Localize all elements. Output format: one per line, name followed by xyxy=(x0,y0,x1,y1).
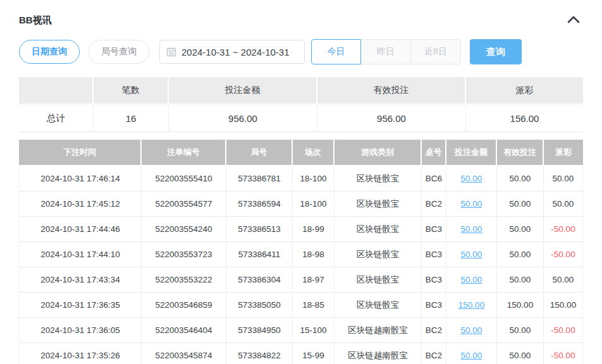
cell-session: 18-100 xyxy=(293,166,335,191)
cell-session: 18-97 xyxy=(293,267,335,293)
cell-bet-amount: 50.00 xyxy=(446,242,497,267)
col-bet-amount: 投注金额 xyxy=(446,140,497,166)
cell-bet-amount: 50.00 xyxy=(446,343,497,364)
cell-game-type: 区块链骰宝 xyxy=(335,166,422,191)
cell-bet-id: 522003554577 xyxy=(142,191,226,217)
cell-round-id: 573386304 xyxy=(226,267,293,293)
cell-game-type: 区块链骰宝 xyxy=(335,267,422,293)
summary-total-count: 16 xyxy=(94,104,169,132)
bet-amount-link[interactable]: 50.00 xyxy=(461,351,482,360)
cell-valid-bet: 50.00 xyxy=(497,343,544,364)
bet-amount-link[interactable]: 50.00 xyxy=(461,224,482,234)
summary-col-payout: 派彩 xyxy=(466,77,583,104)
calendar-icon xyxy=(166,47,176,57)
cell-game-type: 区块链骰宝 xyxy=(335,217,422,242)
summary-col-bet-amount: 投注金额 xyxy=(169,77,317,104)
summary-total-row: 总计 16 956.00 956.00 156.00 xyxy=(19,104,583,132)
bet-amount-link[interactable]: 50.00 xyxy=(461,275,482,284)
col-table-no: 桌号 xyxy=(422,140,446,166)
quick-range-today[interactable]: 今日 xyxy=(311,39,361,64)
round-query-tab[interactable]: 局号查询 xyxy=(89,40,149,64)
summary-total-bet-amount: 956.00 xyxy=(169,104,317,132)
summary-total-label: 总计 xyxy=(19,104,94,132)
cell-game-type: 区块链骰宝 xyxy=(335,242,422,267)
cell-payout: -50.00 xyxy=(544,242,583,267)
collapse-button[interactable] xyxy=(567,15,580,26)
cell-table-no: BC2 xyxy=(422,318,446,343)
cell-valid-bet: 50.00 xyxy=(497,166,544,191)
cell-session: 15-100 xyxy=(293,318,335,343)
cell-round-id: 573386594 xyxy=(226,191,293,217)
cell-bet-time: 2024-10-31 17:44:46 xyxy=(19,217,142,242)
cell-bet-time: 2024-10-31 17:43:34 xyxy=(19,267,142,293)
date-range-value: 2024-10-31 ~ 2024-10-31 xyxy=(181,47,290,58)
table-row: 2024-10-31 17:36:35 522003546859 5733850… xyxy=(19,293,583,318)
cell-table-no: BC3 xyxy=(422,217,446,242)
cell-payout: 50.00 xyxy=(544,267,583,293)
cell-bet-id: 522003546404 xyxy=(142,318,226,343)
col-session: 场次 xyxy=(293,140,335,166)
bet-amount-link[interactable]: 150.00 xyxy=(458,300,484,310)
cell-game-type: 区块链骰宝 xyxy=(335,191,422,217)
cell-round-id: 573385050 xyxy=(226,293,293,318)
cell-payout: -50.00 xyxy=(544,318,583,343)
table-row: 2024-10-31 17:45:12 522003554577 5733865… xyxy=(19,191,583,217)
cell-valid-bet: 50.00 xyxy=(497,217,544,242)
cell-bet-time: 2024-10-31 17:44:10 xyxy=(19,242,142,267)
cell-bet-id: 522003546859 xyxy=(142,293,226,318)
bet-amount-link[interactable]: 50.00 xyxy=(461,250,482,259)
cell-table-no: BC3 xyxy=(422,267,446,293)
summary-total-valid-bet: 956.00 xyxy=(317,104,466,132)
cell-game-type: 区块链越南骰宝 xyxy=(335,343,422,364)
cell-table-no: BC2 xyxy=(422,343,446,364)
cell-session: 18-100 xyxy=(293,191,335,217)
cell-table-no: BC3 xyxy=(422,242,446,267)
cell-bet-id: 522003545874 xyxy=(142,343,226,364)
quick-range-yesterday[interactable]: 昨日 xyxy=(361,39,411,64)
quick-range-group: 今日 昨日 近8日 xyxy=(311,39,461,64)
panel-titlebar: BB视讯 xyxy=(19,14,583,27)
col-bet-id: 注单编号 xyxy=(142,140,226,166)
cell-payout: 50.00 xyxy=(544,191,583,217)
date-query-tab[interactable]: 日期查询 xyxy=(19,40,80,64)
table-row: 2024-10-31 17:35:26 522003545874 5733848… xyxy=(19,343,583,364)
cell-bet-amount: 50.00 xyxy=(446,217,497,242)
cell-bet-amount: 150.00 xyxy=(446,293,497,318)
cell-bet-amount: 50.00 xyxy=(446,267,497,293)
col-valid-bet: 有效投注 xyxy=(497,140,544,166)
cell-valid-bet: 150.00 xyxy=(497,293,544,318)
cell-bet-amount: 50.00 xyxy=(446,166,497,191)
cell-table-no: BC2 xyxy=(422,191,446,217)
records-tbody: 2024-10-31 17:46:14 522003555410 5733867… xyxy=(19,166,583,364)
cell-valid-bet: 50.00 xyxy=(497,267,544,293)
cell-session: 18-85 xyxy=(293,293,335,318)
cell-bet-time: 2024-10-31 17:46:14 xyxy=(19,166,142,191)
cell-bet-id: 522003555410 xyxy=(142,166,226,191)
cell-bet-id: 522003554240 xyxy=(142,217,226,242)
quick-range-last8days[interactable]: 近8日 xyxy=(411,39,461,64)
cell-payout: 150.00 xyxy=(544,293,583,318)
records-header-row: 下注时间 注单编号 局号 场次 游戏类别 桌号 投注金额 有效投注 派彩 xyxy=(19,140,583,166)
col-round-id: 局号 xyxy=(226,140,293,166)
col-game-type: 游戏类别 xyxy=(335,140,422,166)
bet-records-panel: BB视讯 日期查询 局号查询 2024 xyxy=(0,14,602,364)
cell-game-type: 区块链越南骰宝 xyxy=(335,318,422,343)
summary-col-blank xyxy=(19,77,94,104)
bet-amount-link[interactable]: 50.00 xyxy=(461,325,482,335)
cell-bet-id: 522003553222 xyxy=(142,267,226,293)
summary-header-row: 笔数 投注金额 有效投注 派彩 xyxy=(19,77,583,104)
cell-valid-bet: 50.00 xyxy=(497,191,544,217)
date-range-picker[interactable]: 2024-10-31 ~ 2024-10-31 xyxy=(159,40,305,64)
table-row: 2024-10-31 17:36:05 522003546404 5733849… xyxy=(19,318,583,343)
bet-amount-link[interactable]: 50.00 xyxy=(461,199,482,209)
cell-session: 18-98 xyxy=(293,242,335,267)
summary-table: 笔数 投注金额 有效投注 派彩 总计 16 956.00 956.00 156.… xyxy=(19,77,583,132)
table-row: 2024-10-31 17:44:10 522003553723 5733864… xyxy=(19,242,583,267)
col-payout: 派彩 xyxy=(544,140,583,166)
search-button[interactable]: 查询 xyxy=(470,39,522,64)
bet-amount-link[interactable]: 50.00 xyxy=(461,174,482,183)
cell-round-id: 573384950 xyxy=(226,318,293,343)
cell-session: 15-99 xyxy=(293,343,335,364)
chevron-up-icon xyxy=(567,15,580,26)
cell-bet-time: 2024-10-31 17:36:35 xyxy=(19,293,142,318)
